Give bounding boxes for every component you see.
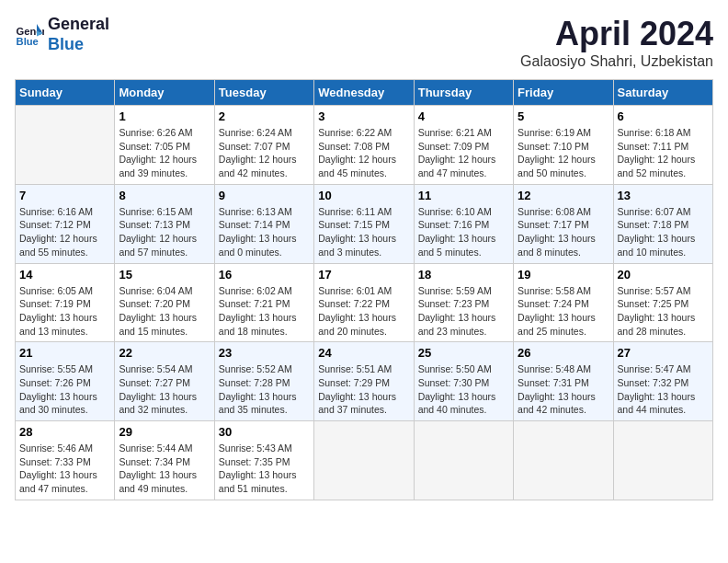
day-info: Sunrise: 6:07 AMSunset: 7:18 PMDaylight:…	[618, 205, 709, 259]
day-number: 20	[618, 268, 709, 282]
table-row: 6Sunrise: 6:18 AMSunset: 7:11 PMDaylight…	[613, 106, 712, 185]
day-info: Sunrise: 6:16 AMSunset: 7:12 PMDaylight:…	[19, 205, 110, 259]
col-monday: Monday	[115, 80, 214, 106]
day-info: Sunrise: 6:15 AMSunset: 7:13 PMDaylight:…	[119, 205, 210, 259]
day-number: 15	[119, 268, 210, 282]
table-row: 19Sunrise: 5:58 AMSunset: 7:24 PMDayligh…	[514, 263, 613, 342]
day-number: 3	[318, 109, 409, 123]
day-number: 17	[318, 268, 409, 282]
day-info: Sunrise: 6:05 AMSunset: 7:19 PMDaylight:…	[19, 284, 110, 339]
day-info: Sunrise: 6:04 AMSunset: 7:20 PMDaylight:…	[119, 284, 210, 339]
table-row	[314, 421, 414, 500]
day-number: 7	[19, 189, 110, 202]
day-info: Sunrise: 5:58 AMSunset: 7:24 PMDaylight:…	[518, 284, 609, 339]
day-info: Sunrise: 6:11 AMSunset: 7:15 PMDaylight:…	[318, 205, 409, 259]
day-number: 18	[418, 268, 509, 282]
day-number: 6	[618, 109, 709, 123]
table-row: 28Sunrise: 5:46 AMSunset: 7:33 PMDayligh…	[16, 421, 115, 500]
table-row: 12Sunrise: 6:08 AMSunset: 7:17 PMDayligh…	[514, 184, 613, 263]
day-info: Sunrise: 6:08 AMSunset: 7:17 PMDaylight:…	[518, 205, 609, 259]
day-number: 9	[219, 189, 310, 202]
day-info: Sunrise: 5:52 AMSunset: 7:28 PMDaylight:…	[219, 362, 310, 417]
day-info: Sunrise: 6:13 AMSunset: 7:14 PMDaylight:…	[219, 205, 310, 259]
logo-icon: General Blue	[15, 20, 44, 50]
day-info: Sunrise: 5:46 AMSunset: 7:33 PMDaylight:…	[19, 442, 110, 496]
day-number: 14	[19, 268, 110, 282]
table-row: 1Sunrise: 6:26 AMSunset: 7:05 PMDaylight…	[115, 106, 214, 185]
day-number: 27	[618, 346, 709, 360]
table-row: 17Sunrise: 6:01 AMSunset: 7:22 PMDayligh…	[314, 263, 414, 342]
table-row	[514, 421, 613, 500]
page-header: General Blue General Blue April 2024 Gal…	[15, 15, 713, 70]
week-row-2: 7Sunrise: 6:16 AMSunset: 7:12 PMDaylight…	[16, 184, 713, 263]
day-number: 19	[518, 268, 609, 282]
day-info: Sunrise: 6:22 AMSunset: 7:08 PMDaylight:…	[318, 126, 409, 180]
table-row: 22Sunrise: 5:54 AMSunset: 7:27 PMDayligh…	[115, 342, 214, 421]
table-row: 2Sunrise: 6:24 AMSunset: 7:07 PMDaylight…	[214, 106, 313, 185]
day-number: 21	[19, 346, 110, 360]
table-row	[414, 421, 513, 500]
col-thursday: Thursday	[414, 80, 513, 106]
day-number: 26	[518, 346, 609, 360]
table-row: 29Sunrise: 5:44 AMSunset: 7:34 PMDayligh…	[115, 421, 214, 500]
day-number: 11	[418, 189, 509, 202]
table-row: 21Sunrise: 5:55 AMSunset: 7:26 PMDayligh…	[16, 342, 115, 421]
day-number: 12	[518, 189, 609, 202]
day-info: Sunrise: 6:26 AMSunset: 7:05 PMDaylight:…	[119, 126, 210, 180]
table-row: 16Sunrise: 6:02 AMSunset: 7:21 PMDayligh…	[214, 263, 313, 342]
col-saturday: Saturday	[613, 80, 712, 106]
day-number: 8	[119, 189, 210, 202]
day-info: Sunrise: 5:43 AMSunset: 7:35 PMDaylight:…	[219, 442, 310, 496]
day-info: Sunrise: 6:19 AMSunset: 7:10 PMDaylight:…	[518, 126, 609, 180]
table-row: 7Sunrise: 6:16 AMSunset: 7:12 PMDaylight…	[16, 184, 115, 263]
table-row: 20Sunrise: 5:57 AMSunset: 7:25 PMDayligh…	[613, 263, 712, 342]
day-info: Sunrise: 6:02 AMSunset: 7:21 PMDaylight:…	[219, 284, 310, 339]
title-area: April 2024 Galaosiyo Shahri, Uzbekistan	[520, 15, 713, 70]
col-tuesday: Tuesday	[214, 80, 313, 106]
table-row: 24Sunrise: 5:51 AMSunset: 7:29 PMDayligh…	[314, 342, 414, 421]
table-row: 11Sunrise: 6:10 AMSunset: 7:16 PMDayligh…	[414, 184, 513, 263]
table-row: 5Sunrise: 6:19 AMSunset: 7:10 PMDaylight…	[514, 106, 613, 185]
table-row: 4Sunrise: 6:21 AMSunset: 7:09 PMDaylight…	[414, 106, 513, 185]
day-number: 16	[219, 268, 310, 282]
day-number: 30	[219, 425, 310, 439]
table-row: 15Sunrise: 6:04 AMSunset: 7:20 PMDayligh…	[115, 263, 214, 342]
logo-blue: Blue	[48, 35, 109, 55]
day-number: 29	[119, 425, 210, 439]
col-sunday: Sunday	[16, 80, 115, 106]
day-number: 25	[418, 346, 509, 360]
day-info: Sunrise: 6:21 AMSunset: 7:09 PMDaylight:…	[418, 126, 509, 180]
day-number: 23	[219, 346, 310, 360]
table-row: 13Sunrise: 6:07 AMSunset: 7:18 PMDayligh…	[613, 184, 712, 263]
table-row: 8Sunrise: 6:15 AMSunset: 7:13 PMDaylight…	[115, 184, 214, 263]
day-number: 4	[418, 109, 509, 123]
col-wednesday: Wednesday	[314, 80, 414, 106]
day-info: Sunrise: 6:24 AMSunset: 7:07 PMDaylight:…	[219, 126, 310, 180]
logo-general: General	[48, 15, 109, 35]
table-row: 30Sunrise: 5:43 AMSunset: 7:35 PMDayligh…	[214, 421, 313, 500]
week-row-3: 14Sunrise: 6:05 AMSunset: 7:19 PMDayligh…	[16, 263, 713, 342]
day-info: Sunrise: 5:55 AMSunset: 7:26 PMDaylight:…	[19, 362, 110, 417]
table-row	[613, 421, 712, 500]
month-title: April 2024	[520, 15, 713, 53]
calendar-table: Sunday Monday Tuesday Wednesday Thursday…	[15, 79, 713, 500]
day-info: Sunrise: 5:54 AMSunset: 7:27 PMDaylight:…	[119, 362, 210, 417]
day-number: 13	[618, 189, 709, 202]
day-number: 2	[219, 109, 310, 123]
weekday-header-row: Sunday Monday Tuesday Wednesday Thursday…	[16, 80, 713, 106]
day-number: 22	[119, 346, 210, 360]
week-row-1: 1Sunrise: 6:26 AMSunset: 7:05 PMDaylight…	[16, 106, 713, 185]
day-number: 10	[318, 189, 409, 202]
location-subtitle: Galaosiyo Shahri, Uzbekistan	[520, 53, 713, 70]
table-row: 25Sunrise: 5:50 AMSunset: 7:30 PMDayligh…	[414, 342, 513, 421]
day-info: Sunrise: 5:51 AMSunset: 7:29 PMDaylight:…	[318, 362, 409, 417]
day-info: Sunrise: 6:01 AMSunset: 7:22 PMDaylight:…	[318, 284, 409, 339]
week-row-5: 28Sunrise: 5:46 AMSunset: 7:33 PMDayligh…	[16, 421, 713, 500]
table-row: 9Sunrise: 6:13 AMSunset: 7:14 PMDaylight…	[214, 184, 313, 263]
day-number: 1	[119, 109, 210, 123]
day-info: Sunrise: 5:47 AMSunset: 7:32 PMDaylight:…	[618, 362, 709, 417]
week-row-4: 21Sunrise: 5:55 AMSunset: 7:26 PMDayligh…	[16, 342, 713, 421]
table-row	[16, 106, 115, 185]
table-row: 26Sunrise: 5:48 AMSunset: 7:31 PMDayligh…	[514, 342, 613, 421]
day-info: Sunrise: 5:59 AMSunset: 7:23 PMDaylight:…	[418, 284, 509, 339]
